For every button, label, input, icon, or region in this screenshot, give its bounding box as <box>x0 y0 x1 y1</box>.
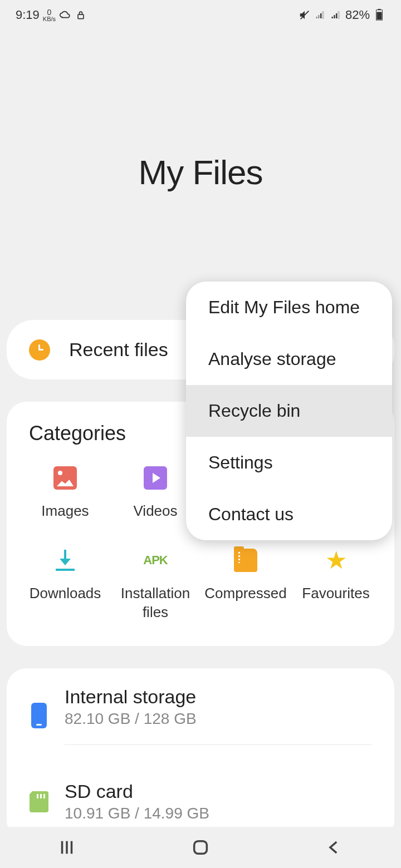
clock-icon <box>29 339 50 361</box>
mute-icon <box>299 9 311 21</box>
download-icon <box>53 549 77 572</box>
page-title: My Files <box>0 30 401 192</box>
nav-recents-button[interactable] <box>52 833 81 862</box>
svg-rect-11 <box>376 12 382 20</box>
nav-back-button[interactable] <box>320 833 349 862</box>
svg-rect-1 <box>316 17 317 18</box>
image-icon <box>53 466 77 490</box>
svg-rect-8 <box>338 12 339 18</box>
battery-percent: 82% <box>345 8 370 22</box>
nav-home-button[interactable] <box>186 833 215 862</box>
menu-edit-home[interactable]: Edit My Files home <box>186 282 392 333</box>
signal-icon <box>314 9 326 21</box>
menu-contact-us[interactable]: Contact us <box>186 489 392 540</box>
cloud-icon <box>59 9 71 21</box>
category-images[interactable]: Images <box>20 466 110 521</box>
storage-internal[interactable]: Internal storage 82.10 GB / 128 GB <box>7 668 394 763</box>
category-installation-files[interactable]: APK Installation files <box>110 549 200 622</box>
status-bar: 9:19 0 KB/s 82% <box>0 0 401 30</box>
status-time: 9:19 <box>16 8 40 22</box>
recent-files-label: Recent files <box>69 339 168 361</box>
storage-title: Internal storage <box>65 686 372 708</box>
storage-title: SD card <box>65 781 372 802</box>
overflow-menu: Edit My Files home Analyse storage Recyc… <box>186 282 392 540</box>
menu-recycle-bin[interactable]: Recycle bin <box>186 385 392 437</box>
network-speed-indicator: 0 KB/s <box>43 8 56 22</box>
navigation-bar <box>0 827 401 868</box>
signal-icon-2 <box>330 9 342 21</box>
category-downloads[interactable]: Downloads <box>20 549 110 622</box>
phone-icon <box>31 703 47 728</box>
svg-rect-3 <box>320 13 321 18</box>
lock-icon <box>75 9 87 21</box>
svg-rect-7 <box>336 13 337 18</box>
storage-card: Internal storage 82.10 GB / 128 GB SD ca… <box>7 668 394 840</box>
compressed-icon <box>234 549 257 572</box>
video-icon <box>144 466 167 490</box>
svg-rect-15 <box>194 841 207 854</box>
svg-rect-6 <box>334 15 335 18</box>
category-favourites[interactable]: ★ Favourites <box>291 549 381 622</box>
svg-rect-2 <box>318 15 319 18</box>
battery-icon <box>373 9 385 21</box>
menu-analyse-storage[interactable]: Analyse storage <box>186 333 392 385</box>
storage-usage: 10.91 GB / 14.99 GB <box>65 805 372 822</box>
sdcard-icon <box>30 791 48 812</box>
storage-usage: 82.10 GB / 128 GB <box>65 710 372 728</box>
star-icon: ★ <box>324 549 348 572</box>
menu-settings[interactable]: Settings <box>186 437 392 489</box>
category-compressed[interactable]: Compressed <box>200 549 291 622</box>
svg-rect-4 <box>322 12 324 18</box>
apk-icon: APK <box>144 549 167 572</box>
svg-rect-0 <box>78 14 84 18</box>
svg-rect-5 <box>331 17 332 18</box>
